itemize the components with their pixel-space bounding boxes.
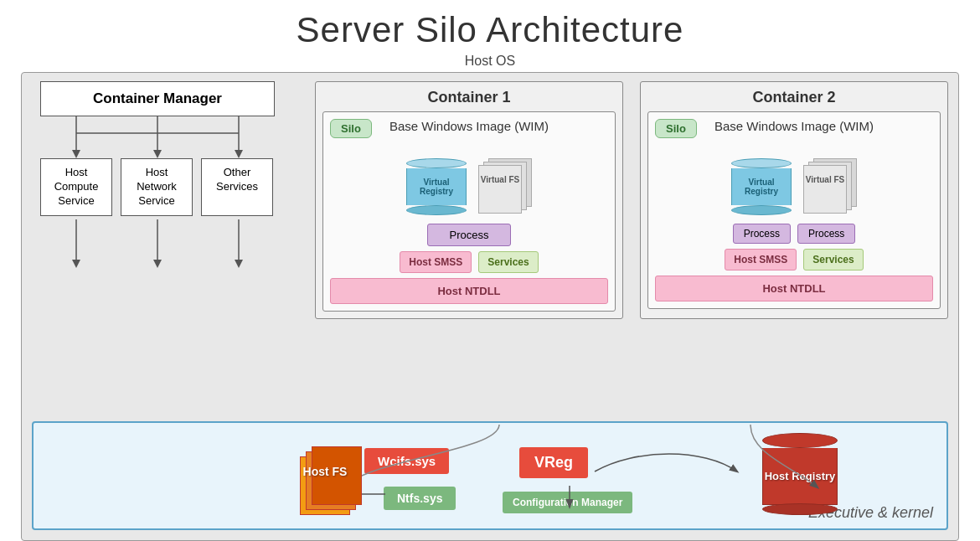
- svg-marker-11: [72, 260, 80, 268]
- svg-marker-13: [153, 260, 162, 268]
- host-network-service-label: Host Network Service: [137, 166, 177, 207]
- host-compute-service-box: Host Compute Service: [40, 158, 112, 216]
- containers-area: Container 1 Silo Base Windows Image (WIM…: [315, 81, 948, 319]
- container1-box: Container 1 Silo Base Windows Image (WIM…: [315, 81, 623, 319]
- container1-virtual-fs: Virtual FS: [478, 158, 532, 217]
- kernel-section: Executive & kernel Host FS Wcifs.sys Ntf…: [32, 421, 948, 530]
- cm-arrow-svg: [40, 116, 291, 158]
- container-manager-box: Container Manager: [40, 81, 275, 116]
- left-section: Container Manager Host Compute Service H…: [32, 81, 317, 270]
- svg-marker-7: [153, 150, 162, 158]
- container2-virtual-row: Virtual Registry Virtual FS: [655, 158, 933, 217]
- container1-host-smss: Host SMSS: [400, 251, 472, 273]
- container1-virtual-row: Virtual Registry Virtual FS: [330, 158, 608, 217]
- container1-process: Process: [427, 224, 511, 246]
- container1-bottom-row: Host SMSS Services: [330, 251, 608, 273]
- host-os-label: Host OS: [465, 54, 515, 69]
- host-fs-stack: Host FS: [300, 446, 360, 513]
- ntfs-box: Ntfs.sys: [384, 487, 456, 510]
- container1-process-wrap: Process: [330, 224, 608, 246]
- container1-virtual-registry: Virtual Registry: [406, 158, 467, 217]
- container2-box: Container 2 Silo Base Windows Image (WIM…: [640, 81, 948, 319]
- virtual-registry-label: Virtual Registry: [407, 178, 466, 196]
- services-row: Host Compute Service Host Network Servic…: [40, 158, 317, 216]
- cylinder-bottom: [406, 205, 467, 215]
- cylinder-body-2: Virtual Registry: [731, 168, 792, 205]
- host-network-service-box: Host Network Service: [121, 158, 193, 216]
- container2-process-row: Process Process: [655, 224, 933, 244]
- container2-silo: Silo: [655, 119, 697, 138]
- container2-process2: Process: [797, 224, 855, 244]
- main-diagram: Container Manager Host Compute Service H…: [21, 72, 959, 541]
- container1-title: Container 1: [322, 89, 616, 106]
- host-reg-body: Host Registry: [762, 448, 838, 505]
- container1-services: Services: [478, 251, 538, 273]
- container2-host-ntdll: Host NTDLL: [655, 276, 933, 301]
- container2-host-smss: Host SMSS: [725, 249, 797, 270]
- container1-host-ntdll: Host NTDLL: [330, 278, 608, 304]
- svg-marker-5: [72, 150, 80, 158]
- cylinder-top: [406, 158, 467, 168]
- container2-wim-box: Silo Base Windows Image (WIM) Virtual Re…: [647, 111, 941, 309]
- container1-silo: Silo: [330, 119, 372, 138]
- svg-marker-9: [235, 150, 243, 158]
- cylinder-top-2: [731, 158, 792, 168]
- host-registry: Host Registry: [762, 433, 838, 515]
- container2-title: Container 2: [647, 89, 941, 106]
- other-services-label: Other Services: [216, 166, 258, 193]
- host-compute-service-label: Host Compute Service: [54, 166, 99, 207]
- svg-marker-15: [235, 260, 243, 268]
- container2-virtual-registry: Virtual Registry: [731, 158, 792, 217]
- container1-wim-box: Silo Base Windows Image (WIM) Virtual Re…: [322, 111, 616, 312]
- virtual-registry-label-2: Virtual Registry: [732, 178, 791, 196]
- host-reg-top: [762, 433, 838, 448]
- container2-bottom-row: Host SMSS Services: [655, 249, 933, 270]
- config-manager-box: Configuration Manager: [503, 492, 632, 513]
- container-manager-label: Container Manager: [93, 90, 222, 106]
- host-fs: Host FS: [300, 446, 360, 513]
- container2-process1: Process: [733, 224, 791, 244]
- host-fs-label: Host FS: [300, 465, 350, 478]
- other-services-box: Other Services: [201, 158, 273, 216]
- virtual-fs-label-2: Virtual FS: [803, 175, 847, 184]
- cylinder-bottom-2: [731, 205, 792, 215]
- host-registry-label: Host Registry: [765, 470, 836, 482]
- services-down-arrows: [40, 219, 291, 270]
- vreg-box: VReg: [519, 447, 588, 478]
- container2-services: Services: [803, 249, 863, 270]
- host-reg-bottom: [762, 503, 838, 515]
- virtual-fs-label: Virtual FS: [478, 175, 522, 184]
- container2-virtual-fs: Virtual FS: [803, 158, 857, 217]
- cylinder-body: Virtual Registry: [406, 168, 467, 205]
- wcifs-box: Wcifs.sys: [364, 448, 449, 474]
- page-title: Server Silo Architecture: [297, 10, 684, 50]
